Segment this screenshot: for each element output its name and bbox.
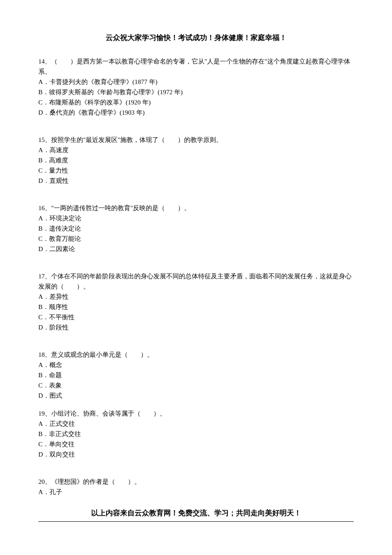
page-header: 云众祝大家学习愉快！考试成功！身体健康！家庭幸福！ [38, 32, 354, 43]
option-d: D．直观性 [38, 176, 354, 186]
question-16: 16、"一两的遗传胜过一吨的教育"反映的是（ ）。 A．环境决定论 B．遗传决定… [38, 203, 354, 254]
option-c: C．表象 [38, 380, 354, 390]
question-19: 19、小组讨论、协商、会谈等属于（ ）。 A．正式交往 B．非正式交往 C．单向… [38, 408, 354, 460]
question-15: 15、按照学生的"最近发展区"施教，体现了（ ）的教学原则。 A．高速度 B．高… [38, 135, 354, 186]
option-c: C．布隆斯基的《科学的改革》(1920 年) [38, 97, 354, 107]
option-d: D．阶段性 [38, 322, 354, 332]
option-c: C．不平衡性 [38, 312, 354, 322]
option-b: B．顺序性 [38, 302, 354, 312]
question-17: 17、个体在不同的年龄阶段表现出的身心发展不同的总体特征及主要矛盾，面临着不同的… [38, 271, 354, 332]
question-stem: 14、（ ）是西方第一本以教育心理学命名的专著，它从"人是一个生物的存在"这个角… [38, 56, 354, 77]
option-c: C．量力性 [38, 165, 354, 176]
option-a: A．差异性 [38, 292, 354, 302]
question-stem: 18、意义或观念的最小单元是（ ）。 [38, 350, 354, 360]
option-b: B．遗传决定论 [38, 223, 354, 234]
option-a: A．孔子 [38, 487, 354, 497]
question-20: 20、《理想国》的作者是（ ）。 A．孔子 [38, 477, 354, 497]
option-a: A．正式交往 [38, 419, 354, 429]
question-stem: 17、个体在不同的年龄阶段表现出的身心发展不同的总体特征及主要矛盾，面临着不同的… [38, 271, 354, 292]
question-stem: 16、"一两的遗传胜过一吨的教育"反映的是（ ）。 [38, 203, 354, 213]
option-c: C．教育万能论 [38, 234, 354, 244]
option-a: A．概念 [38, 360, 354, 370]
option-b: B．高难度 [38, 155, 354, 165]
question-stem: 19、小组讨论、协商、会谈等属于（ ）。 [38, 408, 354, 419]
question-stem: 20、《理想国》的作者是（ ）。 [38, 477, 354, 487]
question-14: 14、（ ）是西方第一本以教育心理学命名的专著，它从"人是一个生物的存在"这个角… [38, 56, 354, 118]
option-d: D．图式 [38, 390, 354, 401]
question-stem: 15、按照学生的"最近发展区"施教，体现了（ ）的教学原则。 [38, 135, 354, 145]
option-d: D．二因素论 [38, 244, 354, 254]
option-a: A．高速度 [38, 145, 354, 155]
option-a: A．环境决定论 [38, 213, 354, 223]
footer-divider [38, 521, 354, 522]
option-a: A．卡普捷列夫的《教育心理学》(1877 年) [38, 77, 354, 87]
page-footer: 以上内容来自云众教育网！免费交流、学习；共同走向美好明天！ [38, 507, 354, 519]
question-18: 18、意义或观念的最小单元是（ ）。 A．概念 B．命题 C．表象 D．图式 [38, 350, 354, 401]
option-c: C．单向交往 [38, 439, 354, 449]
option-b: B．非正式交往 [38, 429, 354, 439]
option-b: B．命题 [38, 370, 354, 380]
option-d: D．双向交往 [38, 449, 354, 460]
option-b: B．彼得罗夫斯基的《年龄与教育心理学》(1972 年) [38, 87, 354, 97]
option-d: D．桑代克的《教育心理学》(1903 年) [38, 107, 354, 118]
